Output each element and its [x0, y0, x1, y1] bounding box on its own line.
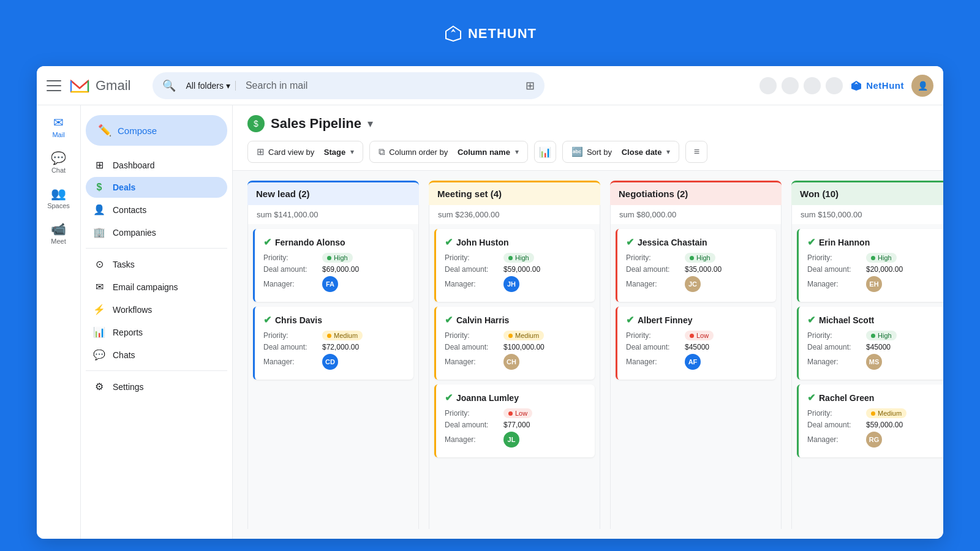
deal-name: ✔ Michael Scott	[807, 314, 943, 326]
deal-card[interactable]: ✔ Calvin Harris Priority: Medium Deal am…	[434, 307, 595, 380]
edit-icon: ✏️	[98, 124, 111, 137]
deal-priority-field: Priority: Medium	[445, 331, 586, 340]
priority-label: Priority:	[807, 253, 862, 262]
sort-chevron-icon: ▾	[666, 148, 670, 156]
priority-badge: High	[322, 253, 353, 263]
col-cards-meeting-set: ✔ John Huston Priority: High Deal amount…	[429, 224, 600, 529]
filter-icon[interactable]: ⊞	[526, 79, 535, 92]
card-view-value: Stage	[324, 148, 345, 157]
deal-priority-field: Priority: High	[807, 253, 943, 263]
sort-button[interactable]: 🔤 Sort by Close date ▾	[562, 141, 680, 163]
folder-selector[interactable]: All folders ▾	[181, 81, 235, 91]
sidebar-item-meet[interactable]: 📹 Meet	[40, 217, 77, 250]
sidebar-item-chats[interactable]: 💬 Chats	[86, 344, 227, 365]
manager-label: Manager:	[263, 280, 318, 288]
sidebar-item-contacts[interactable]: 👤 Contacts	[86, 199, 227, 220]
manager-label: Manager:	[445, 280, 500, 288]
check-icon: ✔	[626, 236, 634, 248]
svg-marker-1	[451, 29, 456, 32]
progress-dot-1	[760, 77, 777, 94]
col-sum-new-lead: sum $141,000.00	[247, 205, 419, 224]
compose-button[interactable]: ✏️ Compose	[86, 115, 227, 146]
column-order-button[interactable]: ⧉ Column order by Column name ▾	[369, 141, 528, 163]
gmail-brand: Gmail	[69, 75, 130, 97]
hamburger-menu-button[interactable]	[47, 78, 61, 93]
gmail-header: Gmail 🔍 All folders ▾ Search in mail ⊞	[37, 66, 943, 105]
deal-card[interactable]: ✔ Rachel Green Priority: Medium Deal amo…	[797, 384, 943, 457]
search-input[interactable]: Search in mail	[246, 80, 521, 91]
sidebar-item-mail[interactable]: ✉ Mail	[40, 110, 77, 143]
sidebar-label-tasks: Tasks	[113, 260, 135, 269]
col-sum-won: sum $150,000.00	[791, 205, 943, 224]
card-view-icon: ⊞	[257, 146, 265, 157]
check-icon: ✔	[263, 314, 271, 326]
check-icon: ✔	[807, 314, 815, 326]
filter-sort-button[interactable]: ≡	[685, 141, 707, 163]
user-avatar[interactable]: 👤	[911, 75, 933, 97]
pipeline-title: Sales Pipeline	[271, 116, 361, 132]
card-view-button[interactable]: ⊞ Card view by Stage ▾	[247, 141, 363, 163]
deal-card[interactable]: ✔ Erin Hannon Priority: High Deal amount…	[797, 229, 943, 302]
deal-card[interactable]: ✔ Albert Finney Priority: Low Deal amoun…	[616, 307, 776, 380]
col-header-won: Won (10)	[791, 181, 943, 205]
deal-card[interactable]: ✔ Michael Scott Priority: High Deal amou…	[797, 307, 943, 380]
deal-name-text: Michael Scott	[819, 315, 874, 325]
deal-name-text: John Huston	[456, 238, 509, 247]
priority-label: Priority:	[626, 331, 681, 340]
nethunt-logo-top: NETHUNT	[443, 24, 537, 43]
sidebar-item-spaces[interactable]: 👥 Spaces	[40, 181, 77, 214]
sidebar-item-dashboard[interactable]: ⊞ Dashboard	[86, 154, 227, 176]
nav-divider-2	[86, 370, 227, 371]
sidebar-item-settings[interactable]: ⚙ Settings	[86, 376, 227, 397]
sidebar-item-chat[interactable]: 💬 Chat	[40, 146, 77, 179]
progress-dot-2	[782, 77, 799, 94]
deal-card[interactable]: ✔ Jessica Chastain Priority: High Deal a…	[616, 229, 776, 302]
col-header-negotiations: Negotiations (2)	[610, 181, 782, 205]
sidebar-item-email-campaigns[interactable]: ✉ Email campaigns	[86, 276, 227, 298]
col-sum-negotiations: sum $80,000.00	[610, 205, 782, 224]
check-icon: ✔	[263, 236, 271, 248]
kanban-col-meeting-set: Meeting set (4)sum $236,000.00 ✔ John Hu…	[429, 181, 600, 529]
deal-amount-field: Deal amount: $59,000.00	[445, 265, 586, 274]
priority-badge: Low	[685, 331, 714, 340]
sidebar-item-companies[interactable]: 🏢 Companies	[86, 222, 227, 243]
filter-lines-icon: ≡	[694, 146, 699, 157]
sidebar-item-tasks[interactable]: ⊙ Tasks	[86, 253, 227, 275]
manager-avatar: RG	[866, 432, 882, 448]
card-view-label: Card view by	[268, 148, 314, 157]
priority-badge: Low	[503, 408, 532, 418]
priority-badge: High	[866, 253, 897, 263]
deal-card[interactable]: ✔ John Huston Priority: High Deal amount…	[434, 229, 595, 302]
sort-value: Close date	[622, 148, 662, 157]
deal-amount-value: $45000	[866, 343, 891, 351]
sidebar-item-reports[interactable]: 📊 Reports	[86, 321, 227, 343]
col-sum-meeting-set: sum $236,000.00	[429, 205, 600, 224]
sidebar-item-deals[interactable]: $ Deals	[86, 177, 227, 198]
manager-avatar: JH	[503, 276, 519, 292]
deal-amount-field: Deal amount: $20,000.00	[807, 265, 943, 274]
priority-label: Priority:	[445, 409, 500, 418]
deal-amount-label: Deal amount:	[263, 265, 318, 274]
deal-card[interactable]: ✔ Chris Davis Priority: Medium Deal amou…	[253, 307, 413, 380]
chats-icon: 💬	[93, 349, 105, 361]
sidebar-item-workflows[interactable]: ⚡ Workflows	[86, 299, 227, 320]
sidebar-label-dashboard: Dashboard	[113, 160, 155, 170]
col-header-meeting-set: Meeting set (4)	[429, 181, 600, 205]
pipeline-chevron-icon[interactable]: ▾	[368, 117, 373, 130]
chart-button[interactable]: 📊	[534, 141, 556, 163]
deal-card[interactable]: ✔ Joanna Lumley Priority: Low Deal amoun…	[434, 384, 595, 457]
manager-label: Manager:	[445, 435, 500, 444]
deal-manager-field: Manager: AF	[626, 354, 767, 370]
deal-amount-value: $77,000	[503, 421, 530, 429]
priority-dot-icon	[508, 334, 513, 338]
deal-amount-label: Deal amount:	[807, 421, 862, 429]
deal-name-text: Rachel Green	[819, 393, 874, 403]
search-bar[interactable]: 🔍 All folders ▾ Search in mail ⊞	[153, 72, 545, 99]
sidebar-label-settings: Settings	[113, 382, 144, 392]
priority-label: Priority:	[445, 253, 500, 262]
deal-priority-field: Priority: Medium	[263, 331, 405, 340]
deal-amount-value: $35,000.00	[685, 265, 722, 274]
priority-label: Priority:	[807, 409, 862, 418]
manager-label: Manager:	[626, 280, 681, 288]
deal-card[interactable]: ✔ Fernando Alonso Priority: High Deal am…	[253, 229, 413, 302]
